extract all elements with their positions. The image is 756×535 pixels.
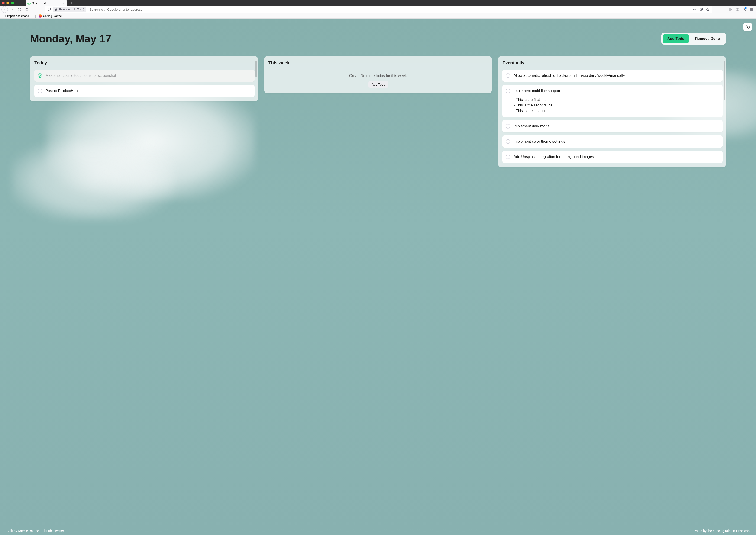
- todo-text: Make up fictional todo items for screens…: [45, 73, 251, 78]
- header-row: Monday, May 17 Add Todo Remove Done: [30, 33, 726, 45]
- todo-text: Add Unsplash integration for background …: [514, 154, 719, 160]
- todo-text: Post to ProductHunt: [45, 88, 251, 94]
- todo-item[interactable]: Implement dark mode!: [502, 120, 723, 132]
- scrollbar-handle[interactable]: [723, 61, 725, 100]
- url-caret: [87, 8, 88, 12]
- settings-button[interactable]: [743, 23, 752, 31]
- firefox-icon: [39, 14, 42, 18]
- browser-toolbar: Extension…le Todo): [0, 6, 756, 14]
- bookmark-getting-started[interactable]: Getting Started: [38, 14, 63, 18]
- app-viewport: Monday, May 17 Add Todo Remove Done Toda…: [0, 18, 756, 535]
- column-this-week: This week Great! No more todos for this …: [264, 56, 492, 93]
- on-label: on: [731, 529, 736, 533]
- shield-icon[interactable]: [47, 6, 52, 13]
- footer-author-link[interactable]: Arnelle Balane: [18, 529, 39, 533]
- column-add-icon[interactable]: ＋: [248, 60, 254, 66]
- forward-button[interactable]: [9, 6, 15, 13]
- todo-text: Implement color theme settings: [514, 139, 719, 144]
- column-add-icon[interactable]: ＋: [716, 60, 722, 66]
- header-button-group: Add Todo Remove Done: [661, 33, 726, 44]
- svg-point-1: [694, 9, 695, 10]
- bookmark-import[interactable]: Import bookmarks…: [2, 14, 33, 18]
- url-bar[interactable]: Extension…le Todo): [45, 6, 713, 13]
- todo-item[interactable]: Implement color theme settings: [502, 135, 723, 148]
- new-tab-button[interactable]: ＋: [67, 0, 76, 6]
- todo-checkbox[interactable]: [38, 73, 42, 78]
- browser-tab[interactable]: Simple Todo ×: [25, 0, 67, 6]
- todo-text: Implement multi-line support - This is t…: [514, 88, 719, 114]
- bookmarks-bar: Import bookmarks… | Getting Started: [0, 14, 756, 18]
- footer-photographer-link[interactable]: the dancing rain: [708, 529, 731, 533]
- bookmark-import-label: Import bookmarks…: [7, 14, 32, 18]
- add-todo-button[interactable]: Add Todo: [663, 34, 689, 43]
- photo-by-label: Photo by: [694, 529, 707, 533]
- favicon-icon: [27, 2, 31, 5]
- bookmark-divider: |: [35, 14, 36, 18]
- gear-icon: [745, 25, 750, 29]
- tab-title: Simple Todo: [32, 2, 60, 5]
- footer-github-link[interactable]: GitHub: [42, 529, 52, 533]
- column-eventually: Eventually ＋ Allow automatic refresh of …: [498, 56, 726, 167]
- sidebar-icon[interactable]: [734, 6, 741, 13]
- bookmark-star-icon[interactable]: [705, 7, 711, 13]
- pocket-icon[interactable]: [698, 7, 704, 13]
- remove-done-button[interactable]: Remove Done: [690, 34, 724, 43]
- todo-checkbox[interactable]: [506, 139, 510, 144]
- page-actions-icon[interactable]: [692, 7, 698, 13]
- footer-unsplash-link[interactable]: Unsplash: [736, 529, 749, 533]
- column-today: Today ＋ Make up fictional todo items for…: [30, 56, 258, 101]
- footer-right: Photo by the dancing rain on Unsplash: [694, 529, 749, 533]
- column-title: Today: [34, 60, 47, 66]
- todo-checkbox[interactable]: [506, 89, 510, 93]
- todo-item[interactable]: Implement multi-line support - This is t…: [502, 85, 723, 117]
- todo-item[interactable]: Allow automatic refresh of background im…: [502, 70, 723, 82]
- svg-point-4: [744, 8, 745, 10]
- extension-chip-label: Extension…le Todo): [59, 8, 84, 11]
- todo-checkbox[interactable]: [506, 73, 510, 78]
- todo-item[interactable]: Add Unsplash integration for background …: [502, 151, 723, 163]
- url-input[interactable]: [89, 6, 690, 13]
- svg-point-2: [695, 9, 696, 10]
- browser-title-bar: Simple Todo × ＋: [0, 0, 756, 6]
- extension-chip[interactable]: Extension…le Todo): [53, 7, 86, 12]
- scrollbar-handle[interactable]: [256, 61, 257, 77]
- window-minimize[interactable]: [7, 2, 9, 4]
- window-maximize[interactable]: [11, 2, 14, 4]
- todo-checkbox[interactable]: [506, 155, 510, 159]
- close-tab-icon[interactable]: ×: [62, 1, 66, 5]
- empty-state-text: Great! No more todos for this week!: [349, 74, 408, 78]
- todo-text-main: Implement multi-line support: [514, 88, 719, 94]
- footer-sep: ·: [53, 529, 55, 533]
- empty-add-todo-button[interactable]: Add Todo: [369, 81, 389, 88]
- column-title: This week: [268, 60, 290, 66]
- todo-text: Allow automatic refresh of background im…: [514, 73, 719, 78]
- todo-item[interactable]: Post to ProductHunt: [34, 85, 255, 97]
- footer-sep: ·: [40, 529, 42, 533]
- window-controls: [2, 2, 14, 4]
- footer-twitter-link[interactable]: Twitter: [55, 529, 64, 533]
- account-icon[interactable]: [741, 6, 748, 13]
- todo-checkbox[interactable]: [38, 89, 42, 93]
- built-by-label: Built by: [7, 529, 18, 533]
- footer-left: Built by Arnelle Balane · GitHub · Twitt…: [7, 529, 64, 533]
- bookmark-getting-started-label: Getting Started: [43, 14, 62, 18]
- tab-strip: Simple Todo × ＋: [25, 0, 76, 6]
- todo-item[interactable]: Make up fictional todo items for screens…: [34, 70, 255, 82]
- todo-text-sub: - This is the first line - This is the s…: [514, 97, 719, 114]
- svg-point-6: [747, 26, 748, 28]
- footer: Built by Arnelle Balane · GitHub · Twitt…: [0, 529, 756, 533]
- hamburger-menu-icon[interactable]: [748, 6, 755, 13]
- column-title: Eventually: [502, 60, 524, 66]
- library-icon[interactable]: [727, 6, 734, 13]
- reload-button[interactable]: [16, 6, 23, 13]
- todo-text: Implement dark mode!: [514, 124, 719, 129]
- svg-rect-3: [736, 8, 739, 11]
- back-button[interactable]: [1, 6, 8, 13]
- todo-checkbox[interactable]: [506, 124, 510, 128]
- home-button[interactable]: [24, 6, 30, 13]
- columns: Today ＋ Make up fictional todo items for…: [30, 56, 726, 167]
- window-close[interactable]: [2, 2, 5, 4]
- svg-rect-5: [3, 15, 6, 17]
- empty-state: Great! No more todos for this week! Add …: [268, 70, 489, 89]
- svg-point-0: [693, 9, 694, 10]
